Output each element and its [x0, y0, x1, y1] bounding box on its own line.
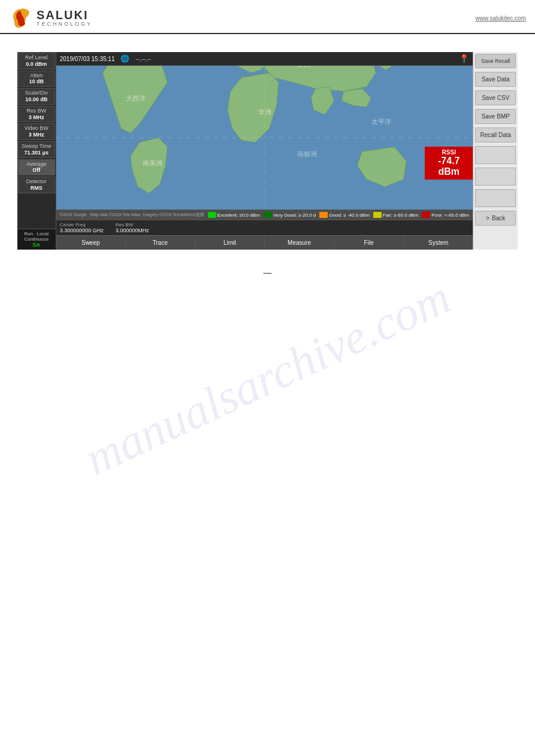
signal-display: --,--,-- — [135, 56, 151, 62]
legend-very-good-color — [264, 212, 272, 218]
param-video-bw[interactable]: Video BW 3 MHz — [18, 123, 55, 140]
param-sweep-time-label: Sweep Time — [20, 143, 53, 150]
measure-button[interactable]: Measure — [265, 236, 334, 250]
back-button[interactable]: > Back — [475, 211, 516, 226]
watermark: manualsarchive.com — [77, 270, 459, 487]
pin-icon: 📍 — [459, 54, 469, 63]
param-res-bw[interactable]: Res BW 3 MHz — [18, 106, 55, 123]
logo-icon — [9, 6, 33, 30]
legend-good: Good: ≥ -40.0 dBm — [319, 212, 370, 218]
center-freq-item: Center Freq 3.300000000 GHz — [60, 222, 104, 233]
param-average-label: Average — [20, 161, 53, 168]
freq-bar: Center Freq 3.300000000 GHz Res BW 3.000… — [56, 220, 473, 235]
page-footer: — — [264, 268, 272, 277]
file-button[interactable]: File — [334, 236, 404, 250]
param-average[interactable]: Average Off — [18, 159, 55, 176]
recall-data-button[interactable]: Recall Data — [475, 127, 516, 142]
spacer-3 — [475, 189, 516, 207]
legend-fair-text: Fair: ≥-60.0 dBm — [383, 212, 419, 218]
param-sweep-time[interactable]: Sweep Time 71.301 μs — [18, 141, 55, 158]
map-copyright: ©2019 Google · Map data ©2019 Tele Atlas… — [60, 212, 204, 218]
svg-text:大西洋: 大西洋 — [126, 95, 146, 102]
header: SALUKI TECHNOLOGY www.salukitec.com — [0, 0, 535, 34]
website-link[interactable]: www.salukitec.com — [476, 15, 526, 22]
param-sweep-time-value: 71.301 μs — [20, 150, 53, 156]
center-panel: 2019/07/03 15:35:11 🌐 --,--,-- 📍 — [56, 52, 473, 250]
rssi-value: -74.7 dBm — [430, 156, 468, 177]
save-bmp-button[interactable]: Save BMP — [475, 109, 516, 124]
legend-excellent: Excellent: ≥0.0 dBm — [208, 212, 260, 218]
center-freq-label: Center Freq — [60, 222, 104, 227]
param-detector-label: Detector — [20, 178, 53, 185]
param-video-bw-value: 3 MHz — [20, 132, 53, 138]
legend-excellent-text: Excellent: ≥0.0 dBm — [217, 212, 260, 218]
res-bw-item: Res BW 3.000000MHz — [116, 222, 149, 233]
param-average-value: Off — [20, 167, 53, 174]
res-bw-label: Res BW — [116, 222, 149, 227]
param-detector-value: RMS — [20, 185, 53, 192]
save-csv-button[interactable]: Save CSV — [475, 90, 516, 105]
legend-good-text: Good: ≥ -40.0 dBm — [329, 212, 370, 218]
param-res-bw-value: 3 MHz — [20, 114, 53, 121]
back-label: Back — [492, 215, 505, 221]
param-atten[interactable]: Atten 10 dB — [18, 71, 55, 87]
res-bw-value: 3.000000MHz — [116, 227, 149, 233]
globe-icon: 🌐 — [120, 54, 129, 63]
bottom-toolbar: Sweep Trace Limit Measure File System — [56, 235, 473, 250]
param-ref-level[interactable]: Ref Level 0.0 dBm — [18, 53, 55, 69]
spacer-2 — [475, 168, 516, 186]
spacer-1 — [475, 146, 516, 164]
param-res-bw-label: Res BW — [20, 108, 53, 114]
trace-button[interactable]: Trace — [126, 236, 195, 250]
legend-poor-color — [422, 212, 430, 218]
status-mode: SA — [19, 242, 54, 248]
svg-text:亚洲: 亚洲 — [297, 66, 310, 68]
center-freq-value: 3.300000000 GHz — [60, 227, 104, 233]
param-scale-div[interactable]: Scale/Div 10.00 dB — [18, 88, 55, 105]
param-ref-level-value: 0.0 dBm — [20, 61, 53, 68]
param-video-bw-label: Video BW — [20, 125, 53, 132]
save-data-button[interactable]: Save Data — [475, 72, 516, 87]
svg-text:南极洲: 南极洲 — [297, 150, 317, 157]
param-atten-label: Atten — [20, 72, 53, 79]
svg-text:太平洋: 太平洋 — [371, 118, 391, 125]
status-continuous: Continuous — [19, 236, 54, 242]
save-recall-button[interactable]: Save Recall — [475, 54, 516, 68]
legend-poor-text: Poor: <-60.0 dBm — [431, 212, 469, 218]
datetime-display: 2019/07/03 15:35:11 — [60, 56, 115, 62]
param-scale-div-value: 10.00 dB — [20, 96, 53, 103]
left-panel: Ref Level 0.0 dBm Atten 10 dB Scale/Div … — [17, 52, 56, 250]
param-scale-div-label: Scale/Div — [20, 90, 53, 96]
param-atten-value: 10 dB — [20, 78, 53, 85]
world-map-svg: 大西洋 亚洲 非洲 太平洋 南美洲 欧洲 北京附近 南极洲 — [56, 66, 473, 210]
param-detector[interactable]: Detector RMS — [18, 177, 55, 193]
legend-bar: ©2019 Google · Map data ©2019 Tele Atlas… — [56, 210, 473, 220]
legend-fair-color — [373, 212, 382, 218]
legend-very-good-text: Very Good: ≥-20.0 d — [273, 212, 316, 218]
logo-container: SALUKI TECHNOLOGY — [9, 6, 92, 30]
svg-text:南美洲: 南美洲 — [142, 159, 162, 166]
back-arrow-icon: > — [486, 215, 489, 221]
legend-fair: Fair: ≥-60.0 dBm — [373, 212, 419, 218]
map-area: 大西洋 亚洲 非洲 太平洋 南美洲 欧洲 北京附近 南极洲 RSSI -74.7… — [56, 66, 473, 210]
logo-technology: TECHNOLOGY — [37, 22, 92, 28]
legend-poor: Poor: <-60.0 dBm — [422, 212, 469, 218]
sweep-button[interactable]: Sweep — [56, 236, 126, 250]
legend-good-color — [319, 212, 328, 218]
rssi-box: RSSI -74.7 dBm — [425, 147, 473, 180]
instrument-wrapper: Ref Level 0.0 dBm Atten 10 dB Scale/Div … — [17, 52, 518, 250]
main-content: Ref Level 0.0 dBm Atten 10 dB Scale/Div … — [0, 34, 535, 289]
right-panel: Save Recall Save Data Save CSV Save BMP … — [473, 52, 518, 250]
svg-text:非洲: 非洲 — [258, 108, 271, 116]
legend-very-good: Very Good: ≥-20.0 d — [264, 212, 316, 218]
system-button[interactable]: System — [404, 236, 473, 250]
param-ref-level-label: Ref Level — [20, 54, 53, 61]
rssi-label: RSSI — [430, 149, 468, 156]
status-run: Run Local — [19, 231, 54, 236]
top-bar: 2019/07/03 15:35:11 🌐 --,--,-- 📍 — [56, 52, 473, 66]
limit-button[interactable]: Limit — [195, 236, 265, 250]
logo-saluki: SALUKI — [37, 8, 92, 22]
legend-excellent-color — [208, 212, 216, 218]
logo-text-group: SALUKI TECHNOLOGY — [37, 8, 92, 28]
